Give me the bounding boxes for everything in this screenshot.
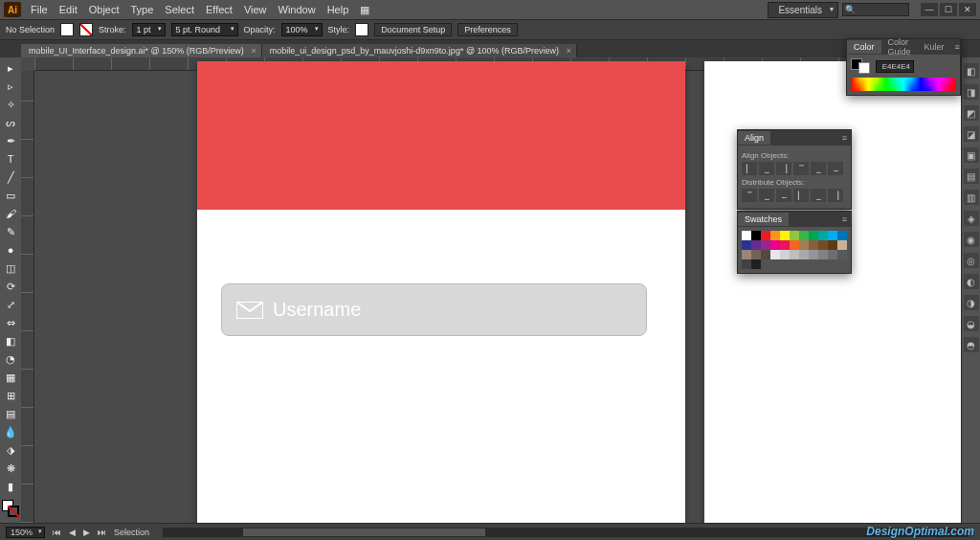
align-hcenter-button[interactable]: ⎯ bbox=[759, 162, 774, 175]
menu-edit[interactable]: Edit bbox=[54, 2, 83, 17]
panel-icon[interactable]: ▤ bbox=[964, 169, 979, 184]
artboard-1[interactable]: Username bbox=[197, 61, 685, 523]
swatch[interactable] bbox=[770, 231, 780, 240]
panel-icon[interactable]: ◎ bbox=[964, 253, 979, 268]
panel-icon[interactable]: ▥ bbox=[964, 190, 979, 205]
scale-tool[interactable]: ⤢ bbox=[1, 296, 20, 313]
free-transform-tool[interactable]: ◧ bbox=[1, 332, 20, 349]
swatch[interactable] bbox=[751, 240, 761, 250]
panel-icon[interactable]: ◩ bbox=[964, 105, 979, 121]
color-panel[interactable]: Color Color Guide Kuler ≡ E4E4E4 bbox=[846, 38, 961, 96]
swatches-panel[interactable]: Swatches ≡ bbox=[737, 211, 852, 274]
panel-icon[interactable]: ◈ bbox=[964, 211, 979, 226]
swatch[interactable] bbox=[770, 250, 780, 259]
horizontal-scrollbar[interactable] bbox=[163, 528, 969, 537]
window-maximize-button[interactable]: ☐ bbox=[940, 3, 957, 16]
scrollbar-thumb[interactable] bbox=[243, 529, 485, 536]
swatch[interactable] bbox=[761, 240, 770, 250]
swatch[interactable] bbox=[742, 259, 751, 269]
search-input[interactable]: 🔍 bbox=[842, 3, 909, 16]
canvas-area[interactable]: Username bbox=[21, 57, 961, 523]
panel-icon[interactable]: ◉ bbox=[964, 232, 979, 247]
width-tool[interactable]: ⇔ bbox=[1, 314, 20, 331]
swatch[interactable] bbox=[780, 231, 790, 240]
panel-icon[interactable]: ◪ bbox=[964, 126, 979, 142]
menu-effect[interactable]: Effect bbox=[200, 2, 238, 17]
swatch[interactable] bbox=[780, 240, 790, 250]
swatch[interactable] bbox=[837, 231, 847, 240]
align-left-button[interactable]: ▏ bbox=[742, 162, 757, 175]
preferences-button[interactable]: Preferences bbox=[457, 23, 518, 36]
magic-wand-tool[interactable]: ✧ bbox=[1, 96, 20, 113]
swatch[interactable] bbox=[799, 250, 809, 259]
align-bottom-button[interactable]: ⎽ bbox=[828, 162, 843, 175]
style-swatch[interactable] bbox=[355, 23, 368, 36]
panel-icon[interactable]: ▣ bbox=[964, 147, 979, 163]
color-spectrum[interactable] bbox=[851, 78, 956, 91]
swatch[interactable] bbox=[790, 250, 799, 259]
eraser-tool[interactable]: ◫ bbox=[1, 259, 20, 277]
gradient-tool[interactable]: ▤ bbox=[1, 405, 20, 422]
menu-window[interactable]: Window bbox=[273, 2, 322, 17]
line-tool[interactable]: ╱ bbox=[1, 169, 20, 186]
distribute-top-button[interactable]: ⎺ bbox=[742, 189, 757, 202]
swatch[interactable] bbox=[751, 259, 761, 269]
swatch[interactable] bbox=[770, 240, 780, 250]
perspective-tool[interactable]: ▦ bbox=[1, 369, 20, 386]
swatch[interactable] bbox=[751, 250, 761, 259]
red-header-shape[interactable] bbox=[197, 61, 685, 210]
direct-selection-tool[interactable]: ▹ bbox=[1, 78, 20, 95]
document-setup-button[interactable]: Document Setup bbox=[374, 23, 452, 36]
eyedropper-tool[interactable]: 💧 bbox=[1, 423, 20, 440]
window-minimize-button[interactable]: — bbox=[921, 3, 938, 16]
panel-menu-icon[interactable]: ≡ bbox=[838, 214, 851, 224]
opacity-input[interactable]: 100% bbox=[281, 23, 323, 36]
stroke-weight-input[interactable]: 1 pt bbox=[132, 23, 166, 36]
swatch[interactable] bbox=[828, 250, 837, 259]
nav-last-button[interactable]: ⏭ bbox=[98, 528, 106, 537]
distribute-bottom-button[interactable]: ⎽ bbox=[776, 189, 791, 202]
swatch[interactable] bbox=[751, 231, 761, 240]
swatch[interactable] bbox=[837, 250, 847, 259]
username-field-shape[interactable]: Username bbox=[221, 283, 647, 336]
menu-object[interactable]: Object bbox=[83, 2, 125, 17]
workspace-switcher[interactable]: Essentials bbox=[768, 2, 838, 18]
nav-next-button[interactable]: ▶ bbox=[83, 528, 90, 537]
document-tab-1[interactable]: mobile_UI_Interface_design.ai* @ 150% (R… bbox=[21, 44, 262, 57]
shape-builder-tool[interactable]: ◔ bbox=[1, 350, 20, 368]
nav-prev-button[interactable]: ◀ bbox=[69, 528, 76, 537]
align-vcenter-button[interactable]: ⎯ bbox=[811, 162, 826, 175]
column-graph-tool[interactable]: ▮ bbox=[1, 478, 20, 495]
panel-menu-icon[interactable]: ≡ bbox=[951, 42, 964, 52]
distribute-right-button[interactable]: ▕ bbox=[828, 189, 843, 202]
swatch[interactable] bbox=[799, 231, 809, 240]
rectangle-tool[interactable]: ▭ bbox=[1, 187, 20, 204]
menu-layout-icon[interactable]: ▦ bbox=[354, 2, 375, 18]
distribute-hcenter-button[interactable]: ⎯ bbox=[811, 189, 826, 202]
swatch[interactable] bbox=[790, 240, 799, 250]
swatch[interactable] bbox=[828, 231, 837, 240]
swatch[interactable] bbox=[742, 240, 751, 250]
panel-fill-stroke[interactable] bbox=[851, 58, 870, 74]
panel-icon[interactable]: ◒ bbox=[964, 316, 979, 331]
fill-stroke-indicator[interactable] bbox=[2, 500, 19, 517]
swatch[interactable] bbox=[818, 231, 828, 240]
swatch[interactable] bbox=[799, 240, 809, 250]
align-panel[interactable]: Align ≡ Align Objects: ▏ ⎯ ▕ ⎺ ⎯ ⎽ Distr… bbox=[737, 129, 852, 210]
window-close-button[interactable]: ✕ bbox=[959, 3, 976, 16]
swatch[interactable] bbox=[818, 250, 828, 259]
swatch[interactable] bbox=[809, 240, 818, 250]
menu-select[interactable]: Select bbox=[159, 2, 200, 17]
distribute-vcenter-button[interactable]: ⎯ bbox=[759, 189, 774, 202]
swatch[interactable] bbox=[780, 250, 790, 259]
paintbrush-tool[interactable]: 🖌 bbox=[1, 205, 20, 222]
menu-file[interactable]: File bbox=[25, 2, 54, 17]
panel-icon[interactable]: ◐ bbox=[964, 274, 979, 289]
color-guide-tab[interactable]: Color Guide bbox=[881, 35, 918, 58]
menu-help[interactable]: Help bbox=[322, 2, 355, 17]
swatch[interactable] bbox=[828, 240, 837, 250]
panel-icon[interactable]: ◓ bbox=[964, 337, 979, 352]
menu-type[interactable]: Type bbox=[125, 2, 160, 17]
swatch[interactable] bbox=[837, 240, 847, 250]
panel-icon[interactable]: ◑ bbox=[964, 295, 979, 310]
